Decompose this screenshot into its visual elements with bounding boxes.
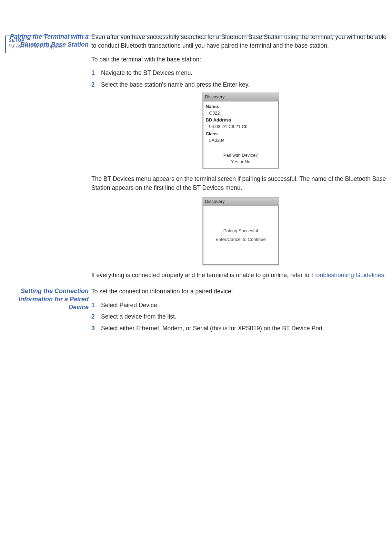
page-header: SETUP VX 690 BT/Wi-Fi Support	[5, 36, 384, 53]
step-text: Select the base station's name and press…	[101, 80, 390, 89]
section-heading-connection-info: Setting the Connection Information for a…	[7, 287, 91, 311]
text: If everything is connected properly and …	[91, 272, 311, 279]
header-subtitle: VX 690 BT/Wi-Fi Support	[9, 43, 384, 49]
prompt-text: Yes or No	[206, 159, 276, 165]
label: BD Address	[206, 117, 276, 124]
step-number: 2	[91, 80, 101, 89]
value: C322	[206, 110, 276, 117]
step-item: 1 Select Paired Device.	[91, 301, 390, 310]
step-text: Select either Ethernet, Modem, or Serial…	[101, 324, 390, 333]
paragraph: To set the connection information for a …	[91, 287, 390, 296]
label: Class	[206, 131, 276, 137]
step-item: 2 Select the base station's name and pre…	[91, 80, 390, 89]
step-number: 2	[91, 312, 101, 321]
step-number: 1	[91, 301, 101, 310]
paragraph: To pair the terminal with the base stati…	[91, 55, 390, 64]
paragraph: The BT Devices menu appears on the termi…	[91, 175, 390, 192]
header-category: SETUP	[9, 38, 384, 43]
paragraph: If everything is connected properly and …	[91, 271, 390, 280]
value: 5A0204	[206, 137, 276, 144]
step-text: Select Paired Device.	[101, 301, 390, 310]
value: 94:63:D1:C9:21:C6	[206, 124, 276, 130]
text: .	[384, 272, 386, 279]
screenshot-discovery-details: Discovery Name: C322 BD Address 94:63:D1…	[202, 93, 279, 169]
step-text: Select a device from the list.	[101, 312, 390, 321]
step-item: 1 Navigate to the BT Devices menu.	[91, 69, 390, 77]
step-text: Navigate to the BT Devices menu.	[101, 69, 390, 77]
troubleshooting-link[interactable]: Troubleshooting Guidelines	[311, 272, 384, 279]
prompt-text: Pair with Device?	[206, 152, 276, 159]
screenshot-pairing-success: Discovery Pairing Succesful Enter/Cancel…	[202, 197, 279, 265]
message-text: Enter/Cancel to Continue	[215, 236, 265, 243]
step-item: 3 Select either Ethernet, Modem, or Seri…	[91, 324, 390, 333]
message-text: Pairing Succesful	[223, 228, 258, 234]
label: Name:	[206, 104, 276, 110]
step-number: 1	[91, 69, 101, 77]
step-number: 3	[91, 324, 101, 333]
screenshot-titlebar: Discovery	[203, 198, 279, 206]
step-item: 2 Select a device from the list.	[91, 312, 390, 321]
screenshot-titlebar: Discovery	[203, 93, 279, 101]
